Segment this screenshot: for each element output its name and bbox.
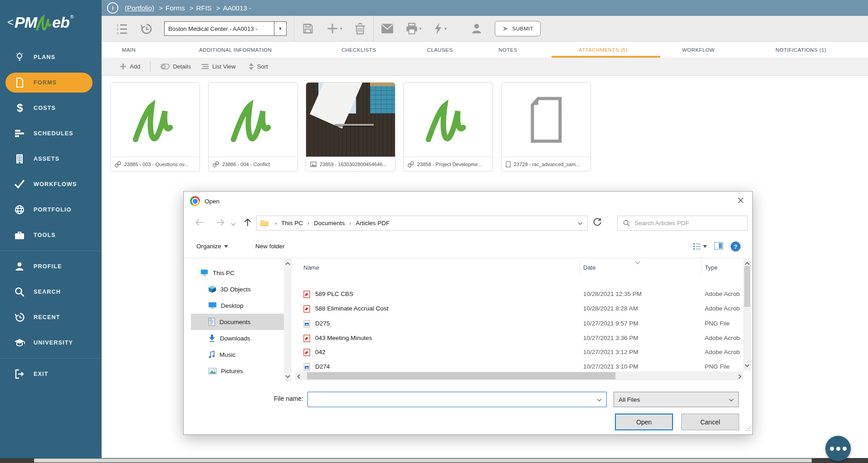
view-mode-icon[interactable] (693, 243, 707, 250)
file-list-scrollbar[interactable] (743, 258, 751, 370)
file-row[interactable]: 043 Meeting Minutes 10/27/2021 3:36 PM A… (295, 332, 743, 345)
address-breadcrumb[interactable]: › This PC › Documents › Articles PDF (256, 216, 588, 231)
sidebar-item-assets[interactable]: ASSETS (0, 146, 102, 172)
column-divider[interactable] (701, 261, 702, 275)
tree-scrollbar[interactable] (284, 258, 292, 381)
column-header-date[interactable]: Date (583, 264, 595, 271)
tree-item-desktop[interactable]: Desktop (191, 297, 284, 314)
scroll-left-icon[interactable] (297, 374, 300, 380)
tree-item-pictures[interactable]: Pictures (191, 363, 284, 379)
print-dropdown-caret-icon[interactable]: ▾ (419, 26, 422, 31)
column-divider[interactable] (580, 261, 580, 275)
add-dropdown-caret-icon[interactable]: ▾ (340, 26, 342, 31)
record-selector[interactable]: Boston Medical Center - AA0013 - ▼ (164, 21, 287, 36)
path-documents[interactable]: Documents (314, 220, 345, 227)
file-name-caret-icon[interactable] (597, 396, 602, 403)
scroll-right-icon[interactable] (738, 374, 741, 380)
scroll-down-icon[interactable] (285, 373, 290, 379)
sort-button[interactable]: Sort (249, 63, 268, 70)
nav-history-caret-icon[interactable] (231, 221, 236, 227)
user-icon[interactable] (470, 22, 483, 35)
file-row[interactable]: 589 PLC CBS 10/28/2021 12:35 PM Adobe Ac… (295, 288, 743, 301)
sidebar-item-profile[interactable]: PROFILE (0, 254, 102, 279)
close-icon[interactable] (737, 197, 744, 205)
search-field[interactable] (617, 216, 748, 231)
sidebar-item-workflows[interactable]: WORKFLOWS (0, 172, 102, 197)
up-arrow-icon[interactable] (243, 217, 253, 229)
attachment-card[interactable]: 23858 - Project Developme... (403, 82, 493, 172)
path-this-pc[interactable]: This PC (281, 220, 303, 227)
back-arrow-icon[interactable] (195, 217, 205, 229)
pmweb-logo[interactable]: < PM eb ® (0, 0, 102, 44)
attachment-card[interactable]: 23728 - rac_advanced_sam... (501, 82, 591, 172)
file-name-input[interactable] (308, 396, 597, 404)
organize-button[interactable]: Organize (196, 243, 228, 250)
print-icon[interactable]: ▾ (405, 22, 422, 35)
details-toggle-button[interactable]: Details (161, 63, 191, 70)
scroll-up-icon[interactable] (285, 260, 290, 266)
info-icon[interactable]: i (107, 2, 118, 14)
tab-attachments[interactable]: ATTACHMENTS (5) (579, 42, 628, 58)
tab-additional-information[interactable]: ADDITIONAL INFORMATION (199, 42, 272, 58)
view-mode-caret-icon[interactable] (703, 245, 707, 248)
breadcrumb-portfolio-link[interactable]: (Portfolio) (125, 4, 154, 12)
lightning-dropdown-caret-icon[interactable]: ▾ (444, 26, 447, 31)
sidebar-item-exit[interactable]: EXIT (0, 361, 102, 387)
tree-item-downloads[interactable]: Downloads (191, 330, 284, 346)
scroll-down-icon[interactable] (745, 362, 750, 369)
sidebar-item-plans[interactable]: PLANS (0, 44, 102, 70)
tab-clauses[interactable]: CLAUSES (427, 42, 453, 58)
file-list-hscrollbar[interactable] (295, 371, 743, 380)
search-input[interactable] (634, 219, 747, 227)
sidebar-item-university[interactable]: UNIVERSITY (0, 330, 102, 355)
tree-item-documents[interactable]: Documents (191, 314, 284, 330)
attachment-card[interactable]: 23886 - 004 - Conflict (208, 82, 298, 172)
tab-checklists[interactable]: CHECKLISTS (341, 42, 376, 58)
column-header-type[interactable]: Type (705, 264, 717, 271)
help-icon[interactable]: ? (731, 241, 741, 251)
dialog-titlebar[interactable]: Open (184, 192, 752, 211)
file-row[interactable]: D275 10/27/2021 9:57 PM PNG File (295, 318, 743, 330)
delete-trash-icon[interactable] (354, 22, 366, 35)
scroll-up-icon[interactable] (745, 260, 750, 266)
forward-arrow-icon[interactable] (215, 217, 225, 229)
submit-button[interactable]: SUBMIT (495, 21, 541, 36)
scrollbar-thumb[interactable] (307, 372, 615, 379)
tree-item-3d-objects[interactable]: 3D Objects (191, 281, 284, 297)
file-row[interactable]: 588 Eliminate Accrual Cost 10/28/2021 8:… (295, 303, 743, 315)
tree-item-this-pc[interactable]: This PC (191, 265, 284, 281)
history-undo-icon[interactable] (140, 22, 152, 35)
tab-notes[interactable]: NOTES (498, 42, 517, 58)
sidebar-item-schedules[interactable]: SCHEDULES (0, 121, 102, 146)
preview-pane-icon[interactable] (714, 242, 723, 251)
add-attachment-button[interactable]: Add (120, 63, 140, 70)
attachment-card[interactable]: 23859 - 1630302800454646... (306, 82, 395, 172)
path-articles-pdf[interactable]: Articles PDF (356, 220, 390, 227)
scrollbar-thumb[interactable] (744, 266, 750, 307)
tab-workflow[interactable]: WORKFLOW (682, 42, 715, 58)
record-selector-dropdown-icon[interactable]: ▼ (274, 22, 286, 35)
sidebar-item-costs[interactable]: $ COSTS (0, 95, 102, 121)
breadcrumb-forms[interactable]: Forms (166, 4, 185, 12)
scrollbar-thumb[interactable] (34, 458, 812, 463)
cancel-button[interactable]: Cancel (681, 414, 739, 430)
refresh-icon[interactable] (593, 217, 602, 228)
column-header-name[interactable]: Name (303, 264, 319, 271)
sort-direction-caret-icon[interactable] (635, 259, 640, 266)
lightning-icon[interactable]: ▾ (433, 22, 447, 35)
tab-notifications[interactable]: NOTIFICATIONS (1) (775, 42, 826, 58)
sidebar-item-forms[interactable]: FORMS (0, 70, 102, 95)
sidebar-item-recent[interactable]: RECENT (0, 305, 102, 330)
sidebar-item-tools[interactable]: TOOLS (0, 222, 102, 248)
sidebar-item-search[interactable]: SEARCH (0, 279, 102, 305)
list-view-button[interactable]: List View (201, 63, 236, 70)
new-folder-button[interactable]: New folder (255, 243, 285, 250)
tree-item-music[interactable]: Music (191, 346, 284, 363)
email-icon[interactable] (381, 23, 394, 34)
tab-main[interactable]: MAIN (122, 42, 136, 58)
open-button[interactable]: Open (615, 414, 673, 430)
numbered-list-icon[interactable]: 123 (115, 22, 128, 35)
more-options-fab[interactable] (825, 436, 851, 461)
save-icon[interactable] (302, 22, 314, 35)
file-type-select[interactable]: All Files (614, 392, 739, 407)
